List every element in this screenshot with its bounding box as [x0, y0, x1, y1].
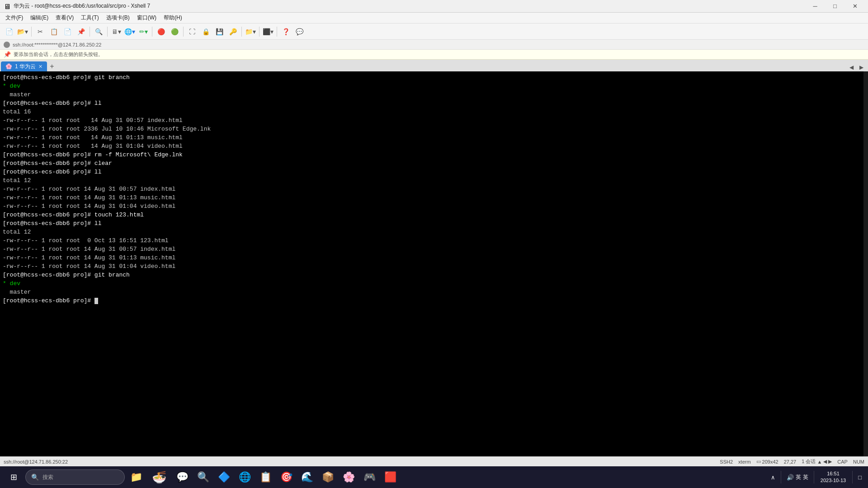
terminal-line-9: -rw-r--r-- 1 root root 14 Aug 31 01:04 v… [3, 142, 865, 150]
help-button[interactable]: ❓ [279, 25, 292, 38]
session-arrow-right[interactable]: ▶ [828, 459, 832, 465]
tab-prev-button[interactable]: ◀ [847, 63, 855, 71]
window-title: 华为云 - root@hcss-ecs-dbb6:/usr/local/src/… [14, 2, 150, 10]
tab-nav-controls: ◀ ▶ [847, 63, 867, 71]
taskbar-edge[interactable]: 🌊 [297, 467, 316, 487]
terminal-line-4: [root@hcss-ecs-dbb6 pro]# ll [3, 99, 865, 108]
taskbar-red-app[interactable]: 🟥 [381, 467, 400, 487]
menu-tabs[interactable]: 选项卡(B) [103, 13, 133, 23]
taskbar-app-red[interactable]: 🎯 [277, 467, 296, 487]
session-manager-button[interactable]: 🖥▾ [110, 25, 123, 38]
lock2-button[interactable]: 🔒 [199, 25, 212, 38]
search-icon: 🔍 [31, 474, 39, 481]
square-button[interactable]: ⬛▾ [262, 25, 274, 38]
taskbar-clock[interactable]: 16:51 2023-10-13 [817, 466, 849, 488]
taskbar-green-app[interactable]: 🎮 [360, 467, 379, 487]
taskbar-app-blue[interactable]: 🔷 [214, 467, 233, 487]
menu-help[interactable]: 帮助(H) [160, 13, 186, 23]
taskbar-wechat[interactable]: 💬 [173, 467, 192, 487]
terminal[interactable]: [root@hcss-ecs-dbb6 pro]# git branch * d… [0, 71, 868, 456]
menu-window[interactable]: 窗口(W) [133, 13, 160, 23]
session-up-button[interactable]: ▲ [817, 459, 822, 465]
clock-time: 16:51 [827, 470, 840, 477]
maximize-button[interactable]: □ [826, 0, 844, 13]
status-session: 1 会话 ▲ ◀ ▶ [802, 458, 832, 465]
toolbar-separator-3 [107, 27, 108, 37]
tab-next-button[interactable]: ▶ [857, 63, 865, 71]
taskbar-search[interactable]: 🔍 搜索 [25, 469, 125, 485]
color-button[interactable]: 🌐▾ [123, 25, 136, 38]
folder-button[interactable]: 📁▾ [244, 25, 257, 38]
menu-view[interactable]: 查看(V) [52, 13, 77, 23]
terminal-line-14: -rw-r--r-- 1 root root 14 Aug 31 00:57 i… [3, 185, 865, 193]
unlock-button[interactable]: 🟢 [168, 25, 181, 38]
app-icon: 🖥 [4, 3, 11, 10]
close-button[interactable]: ✕ [845, 0, 864, 13]
tab-icon: 🌸 [5, 63, 12, 70]
status-bar: ssh://root@124.71.86.250:22 SSH2 xterm ▭… [0, 456, 868, 466]
terminal-line-20: -rw-r--r-- 1 root root 0 Oct 13 16:51 12… [3, 236, 865, 245]
cols-icon: ▭ [756, 459, 761, 465]
taskbar-flower[interactable]: 🌸 [339, 467, 358, 487]
tray-expand-icon: ∧ [771, 474, 775, 481]
ssh-address: ssh://root:************@124.71.86.250:22 [13, 42, 101, 47]
volume-icon: 🔊 [787, 474, 794, 481]
find-button[interactable]: 🔍 [92, 25, 105, 38]
terminal-line-6: -rw-r--r-- 1 root root 14 Aug 31 00:57 i… [3, 116, 865, 125]
menu-bar: 文件(F) 编辑(E) 查看(V) 工具(T) 选项卡(B) 窗口(W) 帮助(… [0, 13, 868, 23]
save-button[interactable]: 💾 [213, 25, 226, 38]
taskbar-file-explorer[interactable]: 📁 [127, 467, 146, 487]
menu-edit[interactable]: 编辑(E) [27, 13, 52, 23]
key-button[interactable]: 🔑 [226, 25, 239, 38]
minimize-button[interactable]: ─ [806, 0, 825, 13]
terminal-line-13: total 12 [3, 176, 865, 185]
tab-add-button[interactable]: + [47, 61, 57, 71]
terminal-line-25: * dev [3, 279, 865, 288]
taskbar-blue-box[interactable]: 📦 [318, 467, 337, 487]
copy-button[interactable]: 📋 [47, 25, 60, 38]
terminal-line-3: master [3, 90, 865, 99]
tab-label: 1 华为云 [15, 63, 36, 70]
toolbar-separator-4 [152, 27, 152, 37]
paste-button[interactable]: 📄 [61, 25, 74, 38]
tray-divider-2 [814, 471, 814, 483]
new-session-button[interactable]: 📄 [3, 25, 15, 38]
fullscreen-button[interactable]: ⛶ [186, 25, 198, 38]
terminal-line-18: [root@hcss-ecs-dbb6 pro]# ll [3, 219, 865, 228]
toolbar-separator-8 [277, 27, 277, 37]
taskbar-search-app[interactable]: 🔍 [193, 467, 212, 487]
paste-pwd-button[interactable]: 📌 [75, 25, 87, 38]
sys-tray[interactable]: ∧ [768, 466, 778, 488]
input-icon: 英 [803, 474, 808, 481]
notification-tray[interactable]: □ [855, 466, 864, 488]
start-button[interactable]: ⊞ [4, 467, 24, 487]
lock-button[interactable]: 🔴 [155, 25, 167, 38]
network-icon: 英 [796, 474, 801, 481]
open-button[interactable]: 📂▾ [16, 25, 29, 38]
clock-date: 2023-10-13 [821, 477, 846, 484]
taskbar: ⊞ 🔍 搜索 📁 🍜 💬 🔍 🔷 🌐 📋 🎯 🌊 📦 🌸 🎮 🟥 [0, 466, 868, 488]
terminal-scrollbar[interactable] [863, 71, 868, 456]
terminal-line-1: [root@hcss-ecs-dbb6 pro]# git branch [3, 73, 865, 82]
terminal-line-15: -rw-r--r-- 1 root root 14 Aug 31 01:13 m… [3, 193, 865, 202]
chat-button[interactable]: 💬 [293, 25, 306, 38]
session-arrow-left[interactable]: ◀ [823, 459, 827, 465]
cut-button[interactable]: ✂ [34, 25, 47, 38]
terminal-line-19: total 12 [3, 228, 865, 236]
taskbar-chrome[interactable]: 🌐 [235, 467, 254, 487]
terminal-line-12: [root@hcss-ecs-dbb6 pro]# ll [3, 168, 865, 176]
taskbar-food-icon[interactable]: 🍜 [147, 467, 171, 487]
terminal-line-2: * dev [3, 82, 865, 90]
taskbar-app-clipboard[interactable]: 📋 [256, 467, 275, 487]
menu-file[interactable]: 文件(F) [2, 13, 27, 23]
menu-tools[interactable]: 工具(T) [77, 13, 102, 23]
status-cursor: 27,27 [784, 459, 797, 465]
tab-bar: 🌸 1 华为云 ✕ + ◀ ▶ [0, 60, 868, 71]
network-tray[interactable]: 🔊 英 英 [784, 466, 811, 488]
tab-close-button[interactable]: ✕ [38, 64, 42, 70]
notice-text: 要添加当前会话，点击左侧的箭头按钮。 [14, 51, 103, 58]
tab-huawei-cloud[interactable]: 🌸 1 华为云 ✕ [1, 61, 47, 71]
status-ssh-address: ssh://root@124.71.86.250:22 [4, 459, 714, 465]
toolbar-separator-5 [183, 27, 184, 37]
font-button[interactable]: ✏▾ [137, 25, 150, 38]
